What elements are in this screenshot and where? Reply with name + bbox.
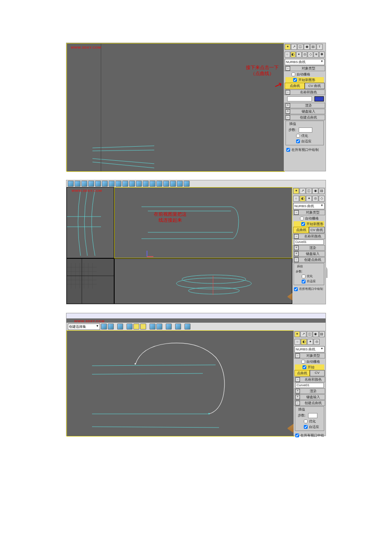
point-curve-button[interactable]: 点曲线 (285, 83, 305, 89)
viewport-bottom-left[interactable] (66, 258, 114, 304)
toolbar-icon[interactable] (108, 324, 114, 330)
toolbar-icon[interactable] (140, 324, 146, 330)
modify-tab-icon[interactable]: ↗ (300, 331, 306, 337)
viewport-front[interactable] (66, 330, 294, 436)
toolbar-icon[interactable] (133, 324, 139, 330)
rollout-name-color[interactable]: -名称和颜色 (294, 377, 325, 382)
autogrid-checkbox[interactable]: 自动栅格 (292, 216, 326, 221)
rollout-render[interactable]: +渲染 (293, 245, 325, 251)
hierarchy-tab-icon[interactable]: ◫ (297, 44, 303, 50)
rollout-create-point[interactable]: -创建点曲线 (293, 257, 325, 263)
toolbar-icon[interactable] (88, 181, 94, 187)
viewport-perspective[interactable] (66, 43, 285, 172)
toolbar-icon[interactable] (95, 181, 101, 187)
viewport-top-left[interactable] (66, 187, 114, 258)
geometry-cat-icon[interactable]: ○ (294, 339, 300, 345)
all-viewports-checkbox[interactable]: 在所有视口中绘制 (284, 147, 326, 153)
cameras-cat-icon[interactable]: ◎ (312, 196, 318, 202)
motion-tab-icon[interactable]: ◉ (304, 44, 310, 50)
rollout-object-type[interactable]: -对象类型 (294, 353, 325, 358)
display-tab-icon[interactable]: ▤ (319, 331, 325, 337)
toolbar-icon[interactable] (136, 181, 142, 187)
rollout-keyboard[interactable]: +键盘输入 (293, 251, 325, 257)
toolbar-icon[interactable] (150, 181, 156, 187)
shapes-cat-icon[interactable]: ◐ (300, 196, 306, 202)
create-tab-icon[interactable]: ✦ (294, 331, 300, 337)
utilities-tab-icon[interactable]: T (317, 44, 323, 50)
steps-spinner[interactable] (299, 127, 312, 133)
shapes-cat-icon[interactable]: ◐ (291, 52, 296, 58)
all-viewports-checkbox[interactable]: 在所有视口中绘 (294, 433, 326, 438)
lights-cat-icon[interactable]: ✦ (296, 52, 302, 58)
create-tab-icon[interactable]: ✦ (285, 44, 291, 50)
point-curve-button[interactable]: 点曲线 (293, 227, 309, 233)
lights-cat-icon[interactable]: ✦ (306, 196, 312, 202)
rollout-name-color[interactable]: -名称和颜色 (284, 90, 325, 95)
object-name-input[interactable] (287, 96, 312, 101)
subcategory-dropdown[interactable]: NURBS 曲线▼ (293, 203, 325, 209)
toolbar-icon[interactable] (156, 181, 162, 187)
optimize-checkbox[interactable]: 优化 (296, 419, 323, 424)
toolbar-icon[interactable] (102, 181, 108, 187)
modify-tab-icon[interactable]: ↗ (291, 44, 297, 50)
rollout-create-point[interactable]: -创建点曲线 (284, 115, 325, 120)
toolbar-icon[interactable] (115, 181, 121, 187)
rollout-name-color[interactable]: -名称和颜色 (293, 234, 325, 239)
geometry-cat-icon[interactable]: ○ (285, 52, 290, 58)
color-swatch[interactable] (314, 96, 324, 101)
startshape-checkbox[interactable]: 开始新图形 (285, 77, 324, 83)
helpers-cat-icon[interactable]: ◇ (308, 52, 313, 58)
subcategory-dropdown[interactable]: NURBS 曲线▼ (294, 346, 325, 353)
viewport-perspective-2[interactable] (114, 258, 292, 304)
point-curve-button[interactable]: 点曲线 (294, 370, 310, 376)
toolbar-icon[interactable] (166, 324, 172, 330)
hierarchy-tab-icon[interactable]: ◫ (306, 188, 312, 194)
display-tab-icon[interactable]: ▤ (319, 188, 325, 194)
hierarchy-tab-icon[interactable]: ◫ (307, 331, 312, 337)
toolbar-icon[interactable] (127, 324, 133, 330)
cv-curve-button[interactable]: CV 曲线 (309, 227, 325, 233)
steps-spinner[interactable] (308, 413, 317, 418)
display-tab-icon[interactable]: ▤ (310, 44, 316, 50)
toolbar-icon[interactable] (156, 324, 162, 330)
create-tab-icon[interactable]: ✦ (293, 188, 299, 194)
rollout-object-type[interactable]: -对象类型 (293, 210, 325, 215)
toolbar-icon[interactable] (109, 181, 115, 187)
autogrid-checkbox[interactable]: 自动栅格 (294, 359, 326, 364)
toolbar-icon[interactable] (184, 181, 190, 187)
cameras-cat-icon[interactable]: ◎ (302, 52, 308, 58)
toolbar-icon[interactable] (81, 181, 87, 187)
rollout-render[interactable]: +渲染 (284, 103, 325, 108)
rollout-object-type[interactable]: -对象类型 (284, 66, 325, 71)
rollout-create-point[interactable]: -创建点曲线 (294, 400, 325, 406)
all-viewports-checkbox[interactable]: 在所有视口中绘制 (292, 286, 326, 292)
rollout-keyboard[interactable]: +键盘输入 (284, 109, 325, 114)
autogrid-checkbox[interactable]: 自动栅格 (284, 72, 326, 77)
cv-curve-button[interactable]: CV (310, 370, 325, 376)
toolbar-icon[interactable] (150, 324, 156, 330)
toolbar-icon[interactable] (68, 181, 74, 187)
toolbar-icon[interactable] (177, 181, 183, 187)
geometry-cat-icon[interactable]: ○ (293, 196, 299, 202)
viewport-front[interactable] (114, 187, 292, 258)
space-warp-cat-icon[interactable]: ≋ (314, 52, 319, 58)
object-name-input[interactable]: Curve01 (294, 240, 324, 245)
adaptive-checkbox[interactable]: 自适应 (295, 279, 323, 284)
startshape-checkbox[interactable]: 开始 (295, 364, 324, 370)
toolbar-icon[interactable] (175, 324, 181, 330)
toolbar-icon[interactable] (170, 181, 176, 187)
toolbar-icon[interactable] (143, 181, 149, 187)
toolbar-icon[interactable] (75, 181, 81, 187)
subcategory-dropdown[interactable]: NURBS 曲线▼ (285, 59, 325, 65)
object-name-input[interactable]: Curve01 (295, 383, 324, 388)
startshape-checkbox[interactable]: 开始新图形 (294, 221, 324, 227)
selection-set-dropdown[interactable]: 创建选择集▼ (68, 324, 100, 330)
toolbar-icon[interactable] (101, 324, 107, 330)
motion-tab-icon[interactable]: ◉ (312, 188, 318, 194)
rollout-render[interactable]: +渲染 (294, 388, 325, 394)
modify-tab-icon[interactable]: ↗ (300, 188, 306, 194)
lights-cat-icon[interactable]: ✦ (307, 339, 313, 345)
helpers-cat-icon[interactable]: ◇ (319, 196, 325, 202)
motion-tab-icon[interactable]: ◉ (313, 331, 318, 337)
adaptive-checkbox[interactable]: 自适应 (296, 424, 323, 430)
